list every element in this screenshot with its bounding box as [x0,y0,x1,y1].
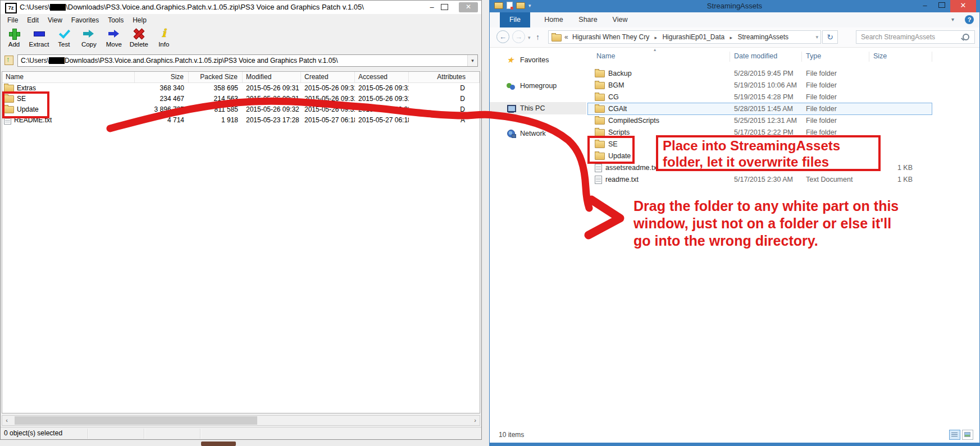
table-row[interactable]: CG 5/19/2015 4:28 PMFile folder [586,91,918,103]
history-dropdown-icon[interactable]: ▾ [528,35,531,40]
tab-view[interactable]: View [608,12,632,27]
breadcrumb-item[interactable]: Higurashi When They Cry [572,33,649,41]
folder-icon [595,105,605,113]
menu-edit[interactable]: Edit [22,15,43,25]
explorer-addressbar: ← → ▾ ↑ « Higurashi When They Cry ▸ Higu… [490,27,979,48]
maximize-button[interactable] [441,4,448,10]
menu-view[interactable]: View [43,15,67,25]
address-dropdown-icon[interactable]: ▾ [467,55,477,66]
add-button[interactable]: Add [3,26,25,48]
column-packed-size[interactable]: Packed Size [189,72,243,82]
close-button[interactable]: ✕ [950,0,976,12]
explorer-ribbon: File Home Share View ▾ ? [490,12,979,28]
table-row[interactable]: Extras 368 340358 695 2015-05-26 09:3120… [2,83,480,94]
annotation-note-place: Place into StreamingAssets folder, let i… [656,135,881,171]
table-row[interactable]: readme.txt 5/17/2015 2:30 AMText Documen… [586,174,918,186]
scroll-right-icon[interactable]: › [471,416,480,425]
details-view-button[interactable] [949,430,960,440]
text-file-icon [595,176,602,184]
breadcrumb[interactable]: « Higurashi When They Cry ▸ HigurashiEp0… [548,30,821,44]
sidebar-item-homegroup[interactable]: Homegroup [490,80,586,92]
menu-help[interactable]: Help [128,15,151,25]
table-row[interactable]: CompiledScripts 5/25/2015 12:31 AMFile f… [586,115,918,127]
redacted-username [49,57,65,64]
folder-icon [595,94,605,101]
close-button[interactable]: ✕ [459,2,478,12]
item-count: 10 items [499,431,524,439]
test-button[interactable]: Test [53,26,75,48]
sevenzip-toolbar: Add Extract Test Copy Move Delete iInfo [3,26,175,53]
column-created[interactable]: Created [301,72,355,82]
back-button[interactable]: ← [496,30,509,43]
column-name[interactable]: Name [586,50,734,62]
delete-button[interactable]: Delete [127,26,150,48]
forward-button[interactable]: → [512,30,525,43]
column-modified[interactable]: Modified [243,72,301,82]
annotation-box-explorer-se-update [587,136,635,164]
table-row[interactable]: README.txt 4 7141 918 2015-05-23 17:2820… [2,115,480,126]
column-name[interactable]: Name [2,72,135,82]
search-icon [963,34,969,40]
maximize-button[interactable] [935,0,949,12]
sevenzip-titlebar[interactable]: 7z C:\Users\\Downloads\PS3.Voice.and.Gra… [1,1,481,14]
info-button[interactable]: iInfo [153,26,175,48]
folder-icon [551,34,562,42]
tab-home[interactable]: Home [539,12,568,27]
text-file-icon [595,164,602,172]
menu-file[interactable]: File [3,15,22,25]
address-dropdown-icon[interactable]: ▾ [815,31,818,43]
sidebar-item-favorites[interactable]: ★ Favorites [490,54,586,66]
explorer-titlebar[interactable]: ▾ StreamingAssets – ✕ [490,0,979,12]
sevenzip-window-title: C:\Users\\Downloads\PS3.Voice.and.Graphi… [20,3,364,11]
folder-icon [595,117,605,125]
sevenzip-file-list: Name Size Packed Size Modified Created A… [2,71,480,413]
column-size[interactable]: Size [873,50,918,62]
tab-file[interactable]: File [500,12,530,27]
explorer-window-title: StreamingAssets [490,2,979,10]
move-button[interactable]: Move [103,26,125,48]
breadcrumb-item[interactable]: HigurashiEp01_Data [662,33,724,41]
sevenzip-window: 7z C:\Users\\Downloads\PS3.Voice.and.Gra… [0,0,482,440]
up-button[interactable]: ↑ [536,33,540,42]
help-icon[interactable]: ? [965,15,974,24]
sidebar-item-this-pc[interactable]: This PC [490,102,586,114]
menu-tools[interactable]: Tools [103,15,128,25]
chevron-right-icon: ▸ [651,35,661,40]
horizontal-scrollbar[interactable]: ‹ › [2,415,480,426]
minimize-button[interactable]: – [425,2,439,12]
table-row-selected[interactable]: CGAlt 5/28/2015 1:45 AMFile folder [586,103,918,115]
folder-up-icon[interactable] [4,56,13,65]
explorer-navpane: ★ Favorites Homegroup This PC Network [490,48,586,428]
column-size[interactable]: Size [135,72,189,82]
address-combobox[interactable]: C:\Users\Downloads\PS3.Voice.and.Graphic… [17,54,478,67]
table-row[interactable]: Update 3 896 737811 585 2015-05-26 09:32… [2,104,480,115]
table-row[interactable]: BGM 5/19/2015 10:06 AMFile folder [586,80,918,91]
minimize-button[interactable]: – [918,0,932,12]
column-accessed[interactable]: Accessed [355,72,409,82]
sidebar-item-network[interactable]: Network [490,127,586,140]
table-row[interactable]: SE 234 467214 563 2015-05-26 09:312015-0… [2,94,480,104]
large-icons-view-button[interactable] [962,430,973,440]
annotation-note-drag: Drag the folder to any white part on thi… [633,197,959,250]
tab-share[interactable]: Share [574,12,602,27]
copy-button[interactable]: Copy [78,26,100,48]
view-toggle [949,430,973,440]
status-text: 0 object(s) selected [1,429,62,437]
extract-button[interactable]: Extract [28,26,50,48]
table-row[interactable]: Backup 5/28/2015 9:45 PMFile folder [586,68,918,80]
column-attributes[interactable]: Attributes [409,72,480,82]
sevenzip-app-icon: 7z [5,3,17,13]
search-input[interactable]: Search StreamingAssets [856,30,975,44]
column-date-modified[interactable]: Date modified [734,50,806,62]
star-icon: ★ [507,56,516,65]
refresh-button[interactable]: ↻ [822,30,838,44]
menu-favorites[interactable]: Favorites [67,15,103,25]
column-type[interactable]: Type [806,50,873,62]
folder-icon [595,82,605,89]
desktop: 7z C:\Users\\Downloads\PS3.Voice.and.Gra… [0,0,980,446]
scrollbar-thumb[interactable] [15,416,257,425]
annotation-box-7zip-se-update [2,91,49,118]
ribbon-collapse-icon[interactable]: ▾ [951,16,954,22]
breadcrumb-item[interactable]: StreamingAssets [737,33,788,41]
scroll-left-icon[interactable]: ‹ [2,416,11,425]
